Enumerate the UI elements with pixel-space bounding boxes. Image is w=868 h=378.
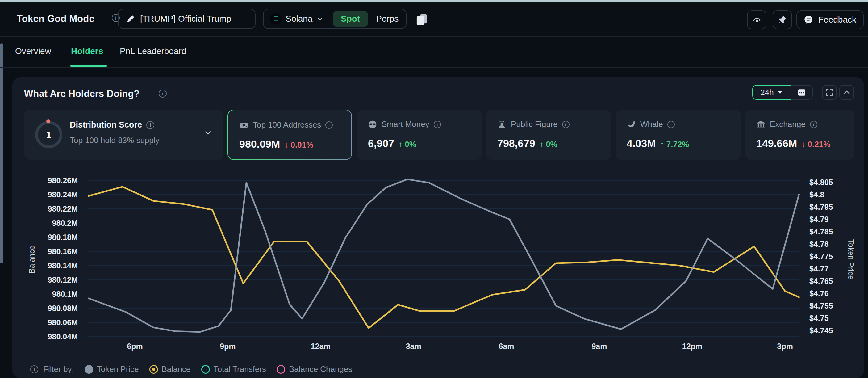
metric-change: ↑ 0% xyxy=(539,140,557,149)
metric-card-whale[interactable]: Whale 4.03M ↑ 7.72% xyxy=(616,110,741,160)
feedback-button[interactable]: Feedback xyxy=(796,10,864,29)
metric-card-public-figure[interactable]: Public Figure 798,679 ↑ 0% xyxy=(486,110,611,160)
timeframe-controls: 24h xyxy=(752,85,813,100)
svg-text:980.18M: 980.18M xyxy=(48,233,78,241)
page-title: Token God Mode xyxy=(17,13,94,24)
svg-text:980.12M: 980.12M xyxy=(48,275,78,284)
active-tab-underline xyxy=(70,65,107,67)
svg-text:9am: 9am xyxy=(591,342,607,350)
svg-text:980.24M: 980.24M xyxy=(48,190,78,199)
pencil-icon xyxy=(126,14,135,24)
info-icon[interactable] xyxy=(159,90,167,97)
score-value: 1 xyxy=(46,129,52,140)
svg-text:12am: 12am xyxy=(311,342,331,350)
token-selector-button[interactable]: [TRUMP] Official Trump xyxy=(118,9,256,29)
collapse-button[interactable] xyxy=(839,85,854,100)
pin-button[interactable] xyxy=(773,10,792,29)
svg-text:$4.775: $4.775 xyxy=(809,252,833,261)
metric-change: ↑ 0% xyxy=(399,140,416,149)
calendar-icon xyxy=(797,88,806,97)
metric-card-top-100-addresses[interactable]: Top 100 Addresses 980.09M ↓ 0.01% xyxy=(227,110,352,160)
info-icon[interactable] xyxy=(668,121,675,128)
metric-title: Whale xyxy=(640,119,663,129)
metric-title: Exchange xyxy=(770,119,806,129)
network-name: Solana xyxy=(285,14,312,24)
banknote-icon xyxy=(239,120,248,130)
divider xyxy=(330,9,330,28)
info-icon[interactable] xyxy=(810,121,817,128)
svg-text:Balance: Balance xyxy=(28,245,36,273)
chevron-down-icon xyxy=(317,16,323,22)
public-figure-icon xyxy=(497,120,506,129)
svg-text:Token Price: Token Price xyxy=(847,239,855,280)
sunglasses-icon xyxy=(368,120,377,129)
pin-icon xyxy=(778,15,787,25)
info-icon[interactable] xyxy=(146,121,154,129)
calendar-button[interactable] xyxy=(791,85,813,100)
info-icon[interactable] xyxy=(562,121,569,128)
fullscreen-button[interactable] xyxy=(822,85,837,100)
copy-icon[interactable] xyxy=(415,13,429,26)
bank-icon xyxy=(756,120,766,129)
metric-value: 980.09M xyxy=(239,138,280,150)
holders-activity-chart: 980.26M980.24M980.22M980.2M980.18M980.16… xyxy=(0,164,868,378)
tab-holders[interactable]: Holders xyxy=(71,46,103,56)
distribution-score-card[interactable]: 1 Distribution Score Top 100 hold 83% su… xyxy=(24,110,223,160)
info-icon[interactable] xyxy=(326,121,333,129)
svg-text:$4.755: $4.755 xyxy=(809,301,833,310)
metric-change: ↓ 0.01% xyxy=(284,140,313,150)
svg-text:980.16M: 980.16M xyxy=(48,247,78,256)
metric-card-exchange[interactable]: Exchange 149.66M ↓ 0.21% xyxy=(745,110,855,160)
fullscreen-icon xyxy=(825,88,834,97)
metric-title: Top 100 Addresses xyxy=(253,120,321,130)
chevron-down-icon[interactable] xyxy=(204,128,213,138)
speech-bubble-icon xyxy=(804,14,814,25)
card-subtitle: Top 100 hold 83% supply xyxy=(70,136,160,145)
svg-text:9pm: 9pm xyxy=(220,342,236,350)
svg-text:$4.79: $4.79 xyxy=(809,215,829,224)
svg-text:$4.745: $4.745 xyxy=(809,326,833,335)
svg-text:6pm: 6pm xyxy=(127,342,143,350)
svg-text:980.04M: 980.04M xyxy=(48,332,78,341)
svg-text:$4.78: $4.78 xyxy=(809,240,829,248)
tab-perps[interactable]: Perps xyxy=(376,14,399,24)
svg-text:980.14M: 980.14M xyxy=(48,261,78,270)
svg-text:3am: 3am xyxy=(406,342,421,350)
svg-text:3pm: 3pm xyxy=(777,342,793,350)
metric-value: 6,907 xyxy=(368,138,394,149)
timeframe-dropdown[interactable]: 24h xyxy=(752,85,791,100)
metric-change: ↓ 0.21% xyxy=(801,140,830,149)
svg-text:$4.795: $4.795 xyxy=(809,203,833,211)
solana-icon xyxy=(270,13,281,25)
card-title: Distribution Score xyxy=(70,120,154,130)
info-icon[interactable] xyxy=(434,121,441,128)
svg-text:$4.805: $4.805 xyxy=(809,178,833,186)
score-ring: 1 xyxy=(35,121,62,148)
timeframe-value: 24h xyxy=(760,88,774,97)
svg-text:980.08M: 980.08M xyxy=(48,304,78,313)
svg-text:980.1M: 980.1M xyxy=(52,290,78,298)
tab-overview[interactable]: Overview xyxy=(15,46,51,56)
top-bar: Token God Mode [TRUMP] Official Trump So… xyxy=(0,2,868,37)
svg-text:$4.785: $4.785 xyxy=(809,227,833,236)
tab-spot[interactable]: Spot xyxy=(333,11,368,27)
chevron-up-icon xyxy=(842,88,851,97)
metric-title: Smart Money xyxy=(381,119,429,129)
whale-icon xyxy=(627,120,636,129)
feedback-label: Feedback xyxy=(818,15,856,25)
token-name: [TRUMP] Official Trump xyxy=(140,14,231,24)
svg-text:980.2M: 980.2M xyxy=(52,219,78,227)
network-dropdown[interactable]: Solana xyxy=(264,9,330,28)
svg-text:980.06M: 980.06M xyxy=(48,318,78,327)
eye-icon xyxy=(752,15,762,25)
metric-card-smart-money[interactable]: Smart Money 6,907 ↑ 0% xyxy=(357,110,482,160)
metric-change: ↑ 7.72% xyxy=(660,140,689,149)
svg-text:$4.765: $4.765 xyxy=(809,277,833,285)
watch-button[interactable] xyxy=(747,10,767,29)
panel-title: What Are Holders Doing? xyxy=(24,88,140,99)
network-market-group: Solana Spot Perps xyxy=(263,9,406,29)
svg-text:$4.76: $4.76 xyxy=(809,289,829,298)
section-tabs: Overview Holders PnL Leaderboard xyxy=(0,37,868,68)
svg-text:$4.75: $4.75 xyxy=(809,314,829,322)
tab-pnl-leaderboard[interactable]: PnL Leaderboard xyxy=(120,46,186,56)
